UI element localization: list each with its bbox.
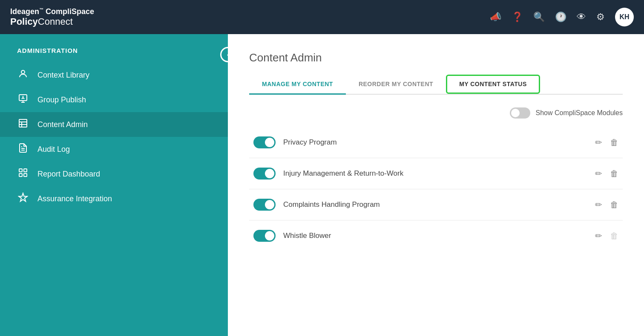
complaints-handling-actions: ✏ 🗑 <box>595 200 618 210</box>
report-dashboard-icon <box>17 168 29 180</box>
svg-rect-2 <box>19 119 27 127</box>
sidebar-item-label-content-admin: Content Admin <box>37 120 88 129</box>
content-admin-icon <box>17 118 29 131</box>
sidebar-item-label-assurance-integration: Assurance Integration <box>37 194 112 203</box>
injury-management-name: Injury Management & Return-to-Work <box>283 169 587 178</box>
sidebar-section-title: ADMINISTRATION <box>0 47 228 63</box>
complaints-handling-edit-icon[interactable]: ✏ <box>595 200 602 210</box>
content-area: Content Admin MANAGE MY CONTENT REORDER … <box>228 34 644 336</box>
content-row-privacy: Privacy Program ✏ 🗑 <box>249 127 623 158</box>
assurance-integration-icon <box>17 192 29 205</box>
page-title: Content Admin <box>249 51 623 64</box>
megaphone-icon[interactable]: 📣 <box>490 12 501 23</box>
context-library-icon <box>17 69 29 81</box>
settings-icon[interactable]: ⚙ <box>596 12 605 23</box>
sidebar-item-group-publish[interactable]: Group Publish <box>0 87 228 112</box>
injury-management-edit-icon[interactable]: ✏ <box>595 168 602 179</box>
whistleblower-actions: ✏ 🗑 <box>595 231 618 241</box>
sidebar-item-label-audit-log: Audit Log <box>37 145 70 154</box>
sidebar-item-label-report-dashboard: Report Dashboard <box>37 170 100 179</box>
tabs: MANAGE MY CONTENT REORDER MY CONTENT MY … <box>249 75 623 95</box>
content-list: Privacy Program ✏ 🗑 Injury Management & … <box>249 127 623 251</box>
svg-point-0 <box>21 70 25 74</box>
sidebar-item-content-admin[interactable]: Content Admin <box>0 112 228 137</box>
privacy-program-actions: ✏ 🗑 <box>595 137 618 148</box>
logo-area: Ideagen™ CompliSpace PolicyConnect <box>10 7 94 27</box>
privacy-program-name: Privacy Program <box>283 138 587 147</box>
group-publish-icon <box>17 93 29 106</box>
clock-icon[interactable]: 🕐 <box>555 12 566 23</box>
sidebar: ‹ ADMINISTRATION Context Library Group P… <box>0 34 228 336</box>
tab-my-content-status[interactable]: MY CONTENT STATUS <box>446 75 540 94</box>
svg-rect-9 <box>24 169 27 172</box>
svg-rect-10 <box>19 174 22 177</box>
logo-connect-text: Connect <box>38 16 73 27</box>
whistleblower-edit-icon[interactable]: ✏ <box>595 231 602 241</box>
sidebar-item-context-library[interactable]: Context Library <box>0 63 228 87</box>
avatar[interactable]: KH <box>615 8 634 26</box>
whistleblower-toggle[interactable] <box>253 230 276 242</box>
injury-management-actions: ✏ 🗑 <box>595 168 618 179</box>
tab-reorder-my-content[interactable]: REORDER MY CONTENT <box>346 75 446 94</box>
svg-rect-11 <box>24 174 27 177</box>
logo-policy-text: Policy <box>10 16 38 27</box>
whistleblower-name: Whistle Blower <box>283 232 587 240</box>
app-header: Ideagen™ CompliSpace PolicyConnect 📣 ❓ 🔍… <box>0 0 644 34</box>
logo-ideagen: Ideagen™ CompliSpace <box>10 7 94 16</box>
privacy-program-edit-icon[interactable]: ✏ <box>595 137 602 148</box>
main-layout: ‹ ADMINISTRATION Context Library Group P… <box>0 34 644 336</box>
header-icons: 📣 ❓ 🔍 🕐 👁 ⚙ KH <box>490 8 634 26</box>
sidebar-item-assurance-integration[interactable]: Assurance Integration <box>0 186 228 211</box>
whistleblower-delete-icon[interactable]: 🗑 <box>610 231 618 241</box>
show-complispace-label: Show CompliSpace Modules <box>535 109 623 117</box>
logo-brand: Ideagen™ CompliSpace <box>10 7 94 16</box>
sidebar-item-report-dashboard[interactable]: Report Dashboard <box>0 162 228 186</box>
content-row-whistleblower: Whistle Blower ✏ 🗑 <box>249 220 623 251</box>
sidebar-item-audit-log[interactable]: Audit Log <box>0 137 228 162</box>
injury-management-toggle[interactable] <box>253 168 276 180</box>
complaints-handling-toggle[interactable] <box>253 199 276 211</box>
sidebar-item-label-context-library: Context Library <box>37 71 89 80</box>
complaints-handling-name: Complaints Handling Program <box>283 200 587 209</box>
tab-manage-my-content[interactable]: MANAGE MY CONTENT <box>249 75 346 95</box>
content-row-injury: Injury Management & Return-to-Work ✏ 🗑 <box>249 158 623 189</box>
show-complispace-row: Show CompliSpace Modules <box>249 107 623 119</box>
search-icon[interactable]: 🔍 <box>533 12 545 23</box>
sidebar-item-label-group-publish: Group Publish <box>37 96 86 104</box>
complaints-handling-delete-icon[interactable]: 🗑 <box>610 200 618 210</box>
svg-rect-8 <box>19 169 22 172</box>
audit-log-icon <box>17 143 29 156</box>
privacy-program-toggle[interactable] <box>253 136 276 148</box>
injury-management-delete-icon[interactable]: 🗑 <box>610 169 618 179</box>
logo-policy: PolicyConnect <box>10 16 94 27</box>
show-complispace-toggle[interactable] <box>510 107 530 119</box>
privacy-program-delete-icon[interactable]: 🗑 <box>610 138 618 148</box>
content-row-complaints: Complaints Handling Program ✏ 🗑 <box>249 189 623 220</box>
help-icon[interactable]: ❓ <box>512 12 523 23</box>
eye-icon[interactable]: 👁 <box>577 12 586 23</box>
